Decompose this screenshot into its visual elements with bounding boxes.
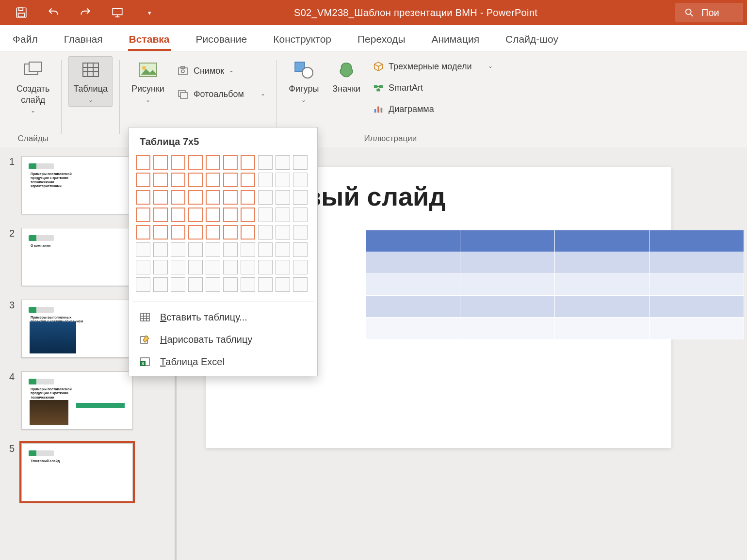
new-slide-button[interactable]: Создать слайд ⌄ [12, 56, 54, 117]
table-grid-cell[interactable] [188, 242, 203, 257]
3d-models-button[interactable]: Трехмерные модели ⌄ [369, 59, 497, 74]
tab-insert[interactable]: Вставка [128, 29, 171, 51]
table-grid-cell[interactable] [276, 155, 290, 170]
redo-icon[interactable] [79, 6, 92, 19]
table-grid-cell[interactable] [136, 173, 150, 187]
table-grid-cell[interactable] [223, 277, 238, 292]
pictures-button[interactable]: Рисунки ⌄ [127, 56, 169, 107]
present-icon[interactable] [111, 6, 124, 19]
table-grid-cell[interactable] [241, 155, 255, 170]
table-grid-cell[interactable] [276, 225, 290, 240]
slide-thumbnail[interactable]: Примеры поставляемой продукции с кратким… [21, 156, 133, 214]
table-grid-cell[interactable] [241, 225, 255, 240]
draw-table-item[interactable]: Нарисовать таблицу [129, 328, 317, 351]
table-grid-cell[interactable] [153, 173, 168, 187]
table-grid-cell[interactable] [206, 208, 220, 222]
table-grid-cell[interactable] [241, 242, 255, 257]
table-grid-cell[interactable] [206, 173, 220, 187]
table-grid-cell[interactable] [153, 225, 168, 240]
table-grid-cell[interactable] [276, 277, 290, 292]
table-grid-cell[interactable] [258, 155, 273, 170]
table-grid-cell[interactable] [136, 208, 150, 222]
icons-button[interactable]: Значки [327, 56, 365, 97]
table-grid-cell[interactable] [293, 225, 308, 240]
search-box[interactable]: Пои [675, 3, 743, 22]
save-icon[interactable] [15, 6, 28, 19]
photo-album-button[interactable]: Фотоальбом ⌄ [173, 86, 269, 102]
smartart-button[interactable]: SmartArt [369, 80, 497, 95]
table-grid-cell[interactable] [153, 155, 168, 170]
table-grid-cell[interactable] [276, 208, 290, 222]
table-grid-cell[interactable] [258, 190, 273, 205]
slide-thumb-row[interactable]: 5Текстовый слайд [7, 443, 168, 501]
table-grid-cell[interactable] [136, 277, 150, 292]
table-grid-cell[interactable] [136, 242, 150, 257]
table-grid-cell[interactable] [276, 242, 290, 257]
table-grid-cell[interactable] [136, 155, 150, 170]
table-grid-cell[interactable] [241, 260, 255, 274]
insert-table-item[interactable]: Вставить таблицу... [129, 306, 317, 328]
tab-transitions[interactable]: Переходы [357, 29, 406, 51]
table-grid-cell[interactable] [223, 260, 238, 274]
table-grid-cell[interactable] [293, 190, 308, 205]
table-grid-cell[interactable] [206, 260, 220, 274]
table-grid-cell[interactable] [153, 277, 168, 292]
table-grid-cell[interactable] [206, 225, 220, 240]
table-grid-cell[interactable] [293, 260, 308, 274]
shapes-button[interactable]: Фигуры ⌄ [284, 56, 324, 107]
table-grid-cell[interactable] [153, 190, 168, 205]
table-grid-cell[interactable] [136, 225, 150, 240]
table-dropdown[interactable]: Таблица 7x5 Вставить таблицу... Нарисова… [129, 127, 318, 376]
slide-thumbnail[interactable]: Текстовый слайд [21, 443, 133, 501]
table-grid-cell[interactable] [223, 155, 238, 170]
table-grid-cell[interactable] [171, 277, 185, 292]
slide-thumbnail[interactable]: О компании [21, 228, 133, 286]
table-grid-cell[interactable] [188, 225, 203, 240]
table-grid-cell[interactable] [293, 173, 308, 187]
table-grid-cell[interactable] [171, 155, 185, 170]
table-size-grid[interactable] [129, 153, 317, 301]
table-grid-cell[interactable] [258, 225, 273, 240]
table-grid-cell[interactable] [171, 260, 185, 274]
tab-slideshow[interactable]: Слайд-шоу [504, 29, 559, 51]
table-grid-cell[interactable] [293, 277, 308, 292]
table-grid-cell[interactable] [136, 260, 150, 274]
tab-home[interactable]: Главная [63, 29, 104, 51]
table-grid-cell[interactable] [258, 277, 273, 292]
screenshot-button[interactable]: Снимок ⌄ [173, 63, 269, 79]
table-grid-cell[interactable] [223, 225, 238, 240]
table-grid-cell[interactable] [223, 208, 238, 222]
table-grid-cell[interactable] [171, 190, 185, 205]
table-grid-cell[interactable] [171, 225, 185, 240]
table-grid-cell[interactable] [206, 190, 220, 205]
tab-design[interactable]: Конструктор [272, 29, 332, 51]
table-grid-cell[interactable] [293, 155, 308, 170]
table-grid-cell[interactable] [293, 242, 308, 257]
table-grid-cell[interactable] [153, 242, 168, 257]
table-grid-cell[interactable] [276, 260, 290, 274]
tab-draw[interactable]: Рисование [195, 29, 248, 51]
table-grid-cell[interactable] [223, 173, 238, 187]
chart-button[interactable]: Диаграмма [369, 102, 497, 116]
table-grid-cell[interactable] [223, 190, 238, 205]
slide-thumb-row[interactable]: 4Примеры поставляемой продукции с кратки… [7, 371, 168, 430]
table-grid-cell[interactable] [241, 173, 255, 187]
table-grid-cell[interactable] [258, 208, 273, 222]
table-grid-cell[interactable] [258, 173, 273, 187]
table-grid-cell[interactable] [241, 277, 255, 292]
table-grid-cell[interactable] [188, 173, 203, 187]
slide-thumbnail[interactable]: Примеры поставляемой продукции с кратким… [21, 371, 133, 430]
table-grid-cell[interactable] [241, 190, 255, 205]
table-grid-cell[interactable] [136, 190, 150, 205]
table-grid-cell[interactable] [206, 277, 220, 292]
table-grid-cell[interactable] [188, 190, 203, 205]
tab-file[interactable]: Файл [12, 29, 39, 51]
table-grid-cell[interactable] [188, 260, 203, 274]
table-grid-cell[interactable] [188, 208, 203, 222]
table-grid-cell[interactable] [171, 173, 185, 187]
undo-icon[interactable] [47, 6, 60, 19]
table-grid-cell[interactable] [153, 208, 168, 222]
table-grid-cell[interactable] [171, 208, 185, 222]
table-grid-cell[interactable] [188, 155, 203, 170]
qat-more-icon[interactable]: ▾ [143, 6, 156, 19]
